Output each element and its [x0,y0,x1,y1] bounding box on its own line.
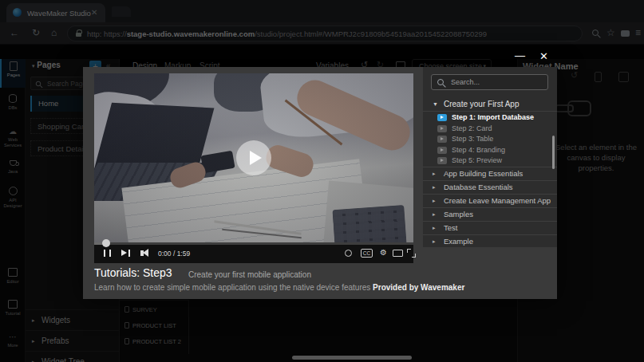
modal-close-button[interactable]: ✕ [539,50,548,62]
video-description: Learn how to create simple mobile applic… [94,283,464,292]
tutorial-step-3[interactable]: Step 3: Table [423,134,557,145]
tutorial-step-4[interactable]: Step 4: Branding [423,145,557,156]
volume-icon[interactable] [140,250,144,256]
section-app-building-essentials[interactable]: ▸ App Building Essentials [423,167,557,180]
tutorial-sidebar: ▼ Create your First App Step 1: Import D… [423,67,557,247]
tutorial-step-2[interactable]: Step 2: Card [423,124,557,135]
section-create-first-app[interactable]: ▼ Create your First App [423,97,557,112]
play-icon [250,151,262,165]
screen: WaveMaker Studio ✕ ← ↻ ⌂ http: https://s… [0,0,644,362]
progress-bar[interactable] [94,242,413,245]
play-button[interactable] [236,140,271,175]
video-subtitle: Create your first mobile application [188,270,311,279]
video-title: Tutorials: Step3 [94,266,172,279]
section-caret-icon: ▸ [433,238,436,245]
tutorial-step-5[interactable]: Step 5: Preview [423,155,557,167]
section-test[interactable]: ▸ Test [423,221,557,234]
section-caret-icon: ▸ [433,225,436,231]
section-caret-icon: ▸ [433,198,436,204]
tutorial-step-1[interactable]: Step 1: Import Database [423,112,557,124]
video-thumb-icon [437,136,447,143]
provided-by: Provided by Wavemaker [373,283,464,292]
section-expanded-caret-icon: ▼ [433,101,438,107]
time-display: 0:00 / 1:59 [158,250,190,258]
progress-handle[interactable] [102,239,110,247]
section-caret-icon: ▸ [433,211,436,218]
section-database-essentials[interactable]: ▸ Database Essentials [423,180,557,194]
search-icon [437,79,444,85]
tutorial-search-input[interactable] [449,77,543,88]
video-controls: 0:00 / 1:59 CC ⚙ [94,242,413,263]
fullscreen-icon[interactable] [407,249,416,258]
video-thumb-icon [437,157,447,164]
video-thumb-icon [437,147,447,154]
section-example[interactable]: ▸ Example [423,234,557,248]
pause-button[interactable] [104,250,111,257]
section-samples[interactable]: ▸ Samples [423,207,557,221]
watch-later-icon[interactable] [345,250,352,257]
theater-mode-icon[interactable] [393,250,403,257]
next-button[interactable] [121,250,127,256]
captions-button[interactable]: CC [361,249,373,258]
section-create-leave-management[interactable]: ▸ Create Leave Management App [423,194,557,207]
player-settings-icon[interactable]: ⚙ [380,248,387,258]
section-caret-icon: ▸ [433,171,436,177]
sidebar-scrollbar[interactable] [552,136,555,169]
tutorial-modal: 0:00 / 1:59 CC ⚙ Tutorials: Step3 Create… [83,67,557,299]
video-player[interactable]: 0:00 / 1:59 CC ⚙ [94,73,413,263]
section-caret-icon: ▸ [433,184,436,191]
modal-minimize-button[interactable]: — [515,49,525,61]
video-thumb-icon [437,125,447,132]
video-frame[interactable] [94,73,413,242]
video-thumb-icon [437,114,447,121]
tutorial-search-box [431,74,548,90]
